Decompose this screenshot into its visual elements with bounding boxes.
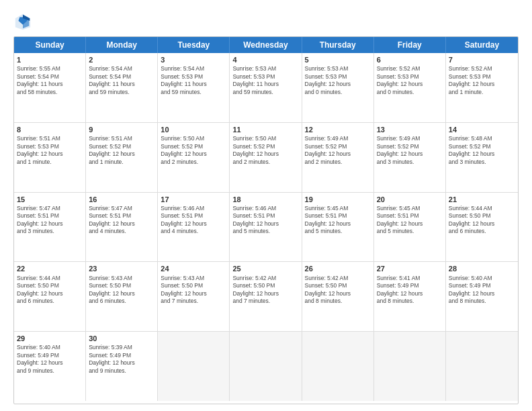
calendar-header: SundayMondayTuesdayWednesdayThursdayFrid… — [14, 37, 518, 53]
cell-text: Sunrise: 5:40 AM Sunset: 5:49 PM Dayligh… — [17, 344, 83, 375]
calendar-cell: 22Sunrise: 5:44 AM Sunset: 5:50 PM Dayli… — [14, 262, 86, 331]
weekday-header: Thursday — [302, 37, 374, 53]
calendar: SundayMondayTuesdayWednesdayThursdayFrid… — [13, 36, 519, 404]
calendar-cell: 5Sunrise: 5:53 AM Sunset: 5:53 PM Daylig… — [302, 53, 374, 122]
calendar-cell: 12Sunrise: 5:49 AM Sunset: 5:52 PM Dayli… — [302, 123, 374, 192]
calendar-cell: 24Sunrise: 5:43 AM Sunset: 5:50 PM Dayli… — [158, 262, 230, 331]
day-number: 1 — [17, 55, 83, 64]
cell-text: Sunrise: 5:49 AM Sunset: 5:52 PM Dayligh… — [377, 135, 443, 166]
day-number: 2 — [89, 55, 154, 64]
day-number: 9 — [89, 125, 154, 134]
calendar-cell: 3Sunrise: 5:54 AM Sunset: 5:53 PM Daylig… — [158, 53, 230, 122]
calendar-cell: 27Sunrise: 5:41 AM Sunset: 5:49 PM Dayli… — [374, 262, 446, 331]
cell-text: Sunrise: 5:46 AM Sunset: 5:51 PM Dayligh… — [161, 205, 226, 236]
cell-text: Sunrise: 5:48 AM Sunset: 5:52 PM Dayligh… — [449, 135, 515, 166]
calendar-cell: 20Sunrise: 5:45 AM Sunset: 5:51 PM Dayli… — [374, 193, 446, 262]
day-number: 20 — [377, 195, 443, 204]
calendar-cell: 16Sunrise: 5:47 AM Sunset: 5:51 PM Dayli… — [86, 193, 158, 262]
calendar-row: 1Sunrise: 5:55 AM Sunset: 5:54 PM Daylig… — [14, 53, 518, 123]
day-number: 12 — [305, 125, 371, 134]
cell-text: Sunrise: 5:43 AM Sunset: 5:50 PM Dayligh… — [89, 275, 154, 306]
weekday-header: Friday — [374, 37, 446, 53]
weekday-header: Monday — [86, 37, 158, 53]
day-number: 30 — [89, 334, 154, 343]
calendar-cell: 23Sunrise: 5:43 AM Sunset: 5:50 PM Dayli… — [86, 262, 158, 331]
cell-text: Sunrise: 5:54 AM Sunset: 5:54 PM Dayligh… — [89, 65, 154, 96]
day-number: 26 — [305, 264, 371, 273]
cell-text: Sunrise: 5:50 AM Sunset: 5:52 PM Dayligh… — [232, 135, 298, 166]
cell-text: Sunrise: 5:47 AM Sunset: 5:51 PM Dayligh… — [89, 205, 154, 236]
cell-text: Sunrise: 5:50 AM Sunset: 5:52 PM Dayligh… — [161, 135, 226, 166]
day-number: 15 — [17, 195, 83, 204]
day-number: 10 — [161, 125, 226, 134]
day-number: 24 — [161, 264, 226, 273]
cell-text: Sunrise: 5:54 AM Sunset: 5:53 PM Dayligh… — [161, 65, 226, 96]
day-number: 29 — [17, 334, 83, 343]
calendar-cell: 19Sunrise: 5:45 AM Sunset: 5:51 PM Dayli… — [302, 193, 374, 262]
calendar-row: 8Sunrise: 5:51 AM Sunset: 5:53 PM Daylig… — [14, 123, 518, 193]
calendar-cell: 1Sunrise: 5:55 AM Sunset: 5:54 PM Daylig… — [14, 53, 86, 122]
calendar-cell: 4Sunrise: 5:53 AM Sunset: 5:53 PM Daylig… — [230, 53, 302, 122]
cell-text: Sunrise: 5:45 AM Sunset: 5:51 PM Dayligh… — [377, 205, 443, 236]
day-number: 21 — [449, 195, 515, 204]
cell-text: Sunrise: 5:53 AM Sunset: 5:53 PM Dayligh… — [232, 65, 298, 96]
cell-text: Sunrise: 5:53 AM Sunset: 5:53 PM Dayligh… — [305, 65, 371, 96]
calendar-row: 15Sunrise: 5:47 AM Sunset: 5:51 PM Dayli… — [14, 193, 518, 263]
calendar-cell: 2Sunrise: 5:54 AM Sunset: 5:54 PM Daylig… — [86, 53, 158, 122]
day-number: 14 — [449, 125, 515, 134]
day-number: 19 — [305, 195, 371, 204]
calendar-cell: 21Sunrise: 5:44 AM Sunset: 5:50 PM Dayli… — [446, 193, 518, 262]
day-number: 27 — [377, 264, 443, 273]
calendar-cell: 30Sunrise: 5:39 AM Sunset: 5:49 PM Dayli… — [86, 332, 158, 401]
day-number: 4 — [232, 55, 298, 64]
day-number: 5 — [305, 55, 371, 64]
day-number: 6 — [377, 55, 443, 64]
weekday-header: Saturday — [446, 37, 518, 53]
cell-text: Sunrise: 5:52 AM Sunset: 5:53 PM Dayligh… — [377, 65, 443, 96]
calendar-cell: 9Sunrise: 5:51 AM Sunset: 5:52 PM Daylig… — [86, 123, 158, 192]
cell-text: Sunrise: 5:55 AM Sunset: 5:54 PM Dayligh… — [17, 65, 83, 96]
calendar-cell — [230, 332, 302, 401]
day-number: 18 — [232, 195, 298, 204]
calendar-row: 22Sunrise: 5:44 AM Sunset: 5:50 PM Dayli… — [14, 262, 518, 332]
calendar-row: 29Sunrise: 5:40 AM Sunset: 5:49 PM Dayli… — [14, 332, 518, 401]
cell-text: Sunrise: 5:40 AM Sunset: 5:49 PM Dayligh… — [449, 275, 515, 306]
calendar-cell: 7Sunrise: 5:52 AM Sunset: 5:53 PM Daylig… — [446, 53, 518, 122]
day-number: 11 — [232, 125, 298, 134]
cell-text: Sunrise: 5:47 AM Sunset: 5:51 PM Dayligh… — [17, 205, 83, 236]
calendar-cell — [158, 332, 230, 401]
weekday-header: Wednesday — [230, 37, 302, 53]
cell-text: Sunrise: 5:49 AM Sunset: 5:52 PM Dayligh… — [305, 135, 371, 166]
cell-text: Sunrise: 5:46 AM Sunset: 5:51 PM Dayligh… — [232, 205, 298, 236]
cell-text: Sunrise: 5:51 AM Sunset: 5:53 PM Dayligh… — [17, 135, 83, 166]
calendar-cell: 10Sunrise: 5:50 AM Sunset: 5:52 PM Dayli… — [158, 123, 230, 192]
calendar-cell — [446, 332, 518, 401]
weekday-header: Sunday — [14, 37, 86, 53]
cell-text: Sunrise: 5:41 AM Sunset: 5:49 PM Dayligh… — [377, 275, 443, 306]
calendar-cell: 18Sunrise: 5:46 AM Sunset: 5:51 PM Dayli… — [230, 193, 302, 262]
cell-text: Sunrise: 5:51 AM Sunset: 5:52 PM Dayligh… — [89, 135, 154, 166]
calendar-cell: 29Sunrise: 5:40 AM Sunset: 5:49 PM Dayli… — [14, 332, 86, 401]
cell-text: Sunrise: 5:52 AM Sunset: 5:53 PM Dayligh… — [449, 65, 515, 96]
calendar-cell: 28Sunrise: 5:40 AM Sunset: 5:49 PM Dayli… — [446, 262, 518, 331]
header — [13, 12, 519, 31]
cell-text: Sunrise: 5:43 AM Sunset: 5:50 PM Dayligh… — [161, 275, 226, 306]
calendar-cell: 25Sunrise: 5:42 AM Sunset: 5:50 PM Dayli… — [230, 262, 302, 331]
day-number: 23 — [89, 264, 154, 273]
calendar-cell: 14Sunrise: 5:48 AM Sunset: 5:52 PM Dayli… — [446, 123, 518, 192]
day-number: 8 — [17, 125, 83, 134]
cell-text: Sunrise: 5:42 AM Sunset: 5:50 PM Dayligh… — [305, 275, 371, 306]
calendar-cell — [302, 332, 374, 401]
cell-text: Sunrise: 5:44 AM Sunset: 5:50 PM Dayligh… — [449, 205, 515, 236]
day-number: 25 — [232, 264, 298, 273]
logo — [13, 12, 34, 31]
logo-icon — [13, 12, 32, 31]
calendar-cell: 17Sunrise: 5:46 AM Sunset: 5:51 PM Dayli… — [158, 193, 230, 262]
calendar-cell: 13Sunrise: 5:49 AM Sunset: 5:52 PM Dayli… — [374, 123, 446, 192]
day-number: 16 — [89, 195, 154, 204]
day-number: 7 — [449, 55, 515, 64]
day-number: 3 — [161, 55, 226, 64]
day-number: 28 — [449, 264, 515, 273]
calendar-cell: 26Sunrise: 5:42 AM Sunset: 5:50 PM Dayli… — [302, 262, 374, 331]
calendar-cell: 15Sunrise: 5:47 AM Sunset: 5:51 PM Dayli… — [14, 193, 86, 262]
